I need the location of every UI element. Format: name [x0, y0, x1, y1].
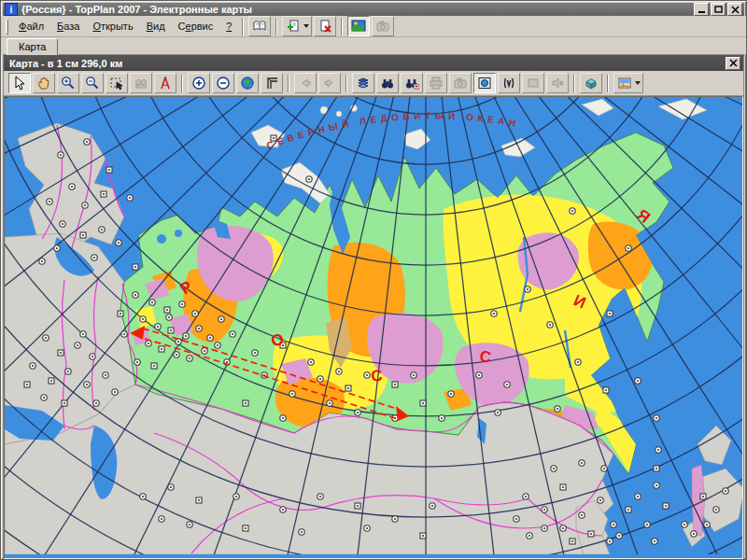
maximize-button[interactable]	[711, 3, 726, 16]
binoculars-icon	[380, 76, 395, 91]
overlay-objects-button[interactable]	[130, 73, 152, 93]
photo-module-button[interactable]	[372, 16, 394, 36]
menu-help[interactable]: ?	[219, 18, 238, 35]
layers-icon	[356, 76, 371, 91]
app-window: i {Россия} - TopPlan 2007 - Электронные …	[0, 0, 747, 560]
camera-icon	[453, 76, 468, 91]
close-database-button[interactable]	[314, 16, 336, 36]
monitor-globe-icon	[477, 76, 492, 91]
ruler-corner-icon	[264, 76, 279, 91]
find-next-button[interactable]	[401, 73, 423, 93]
route-options-button[interactable]	[498, 73, 520, 93]
cursor-icon	[12, 76, 27, 91]
close-database-icon	[317, 19, 332, 34]
layers-list-button[interactable]	[352, 73, 374, 93]
maximize-icon	[714, 6, 723, 14]
minimize-button[interactable]	[694, 3, 709, 16]
map-document-window: Карта - в 1 см 296,0 км	[3, 54, 744, 560]
v-parentheses-icon	[501, 76, 516, 91]
hand-icon	[36, 76, 51, 91]
map-window-close-button[interactable]	[726, 57, 740, 70]
map-svg: СЕВЕРНЫЙ ЛЕДОВИТЫЙ ОКЕАН Р О С С И Я	[5, 97, 743, 554]
add-database-button[interactable]	[282, 16, 312, 36]
back-arrow-icon	[298, 76, 313, 91]
whole-map-button[interactable]	[236, 73, 259, 93]
pan-hand-button[interactable]	[33, 73, 55, 93]
background-image-button[interactable]	[613, 73, 643, 93]
dropdown-caret-icon	[303, 24, 309, 28]
close-button[interactable]	[727, 3, 742, 16]
map-window-title: Карта - в 1 см 296,0 км	[9, 58, 726, 69]
close-icon	[729, 59, 738, 67]
window-title: {Россия} - TopPlan 2007 - Электронные ка…	[21, 4, 692, 15]
select-region-icon	[109, 76, 124, 91]
map-view-button[interactable]	[473, 73, 496, 93]
toolbar-separator	[341, 18, 343, 35]
zoom-in-icon	[61, 76, 76, 91]
zoom-out-button[interactable]	[81, 73, 104, 93]
background-image-icon	[617, 76, 632, 91]
panel-button[interactable]	[522, 73, 544, 93]
tab-bar: Карта	[1, 37, 746, 54]
print-button[interactable]	[425, 73, 447, 93]
find-button[interactable]	[376, 73, 399, 93]
snapshot-button[interactable]	[449, 73, 472, 93]
menu-view[interactable]: Вид	[140, 18, 172, 35]
forward-button[interactable]	[318, 73, 341, 93]
map-canvas[interactable]: СЕВЕРНЫЙ ЛЕДОВИТЫЙ ОКЕАН Р О С С И Я	[4, 96, 743, 559]
scale-down-button[interactable]	[212, 73, 234, 93]
menu-open[interactable]: Открыть	[86, 18, 139, 35]
toolbar-separator	[275, 18, 277, 35]
tab-map[interactable]: Карта	[7, 38, 58, 55]
sound-off-button[interactable]	[546, 73, 569, 93]
country-letter: С	[478, 347, 492, 367]
app-icon: i	[5, 3, 18, 16]
measure-distance-button[interactable]	[154, 73, 176, 93]
phonebook-button[interactable]	[248, 16, 271, 36]
map-window-titlebar[interactable]: Карта - в 1 см 296,0 км	[4, 55, 743, 71]
menu-bar: Файл База Открыть Вид Сервис ?	[1, 16, 746, 37]
menu-base[interactable]: База	[50, 18, 86, 35]
globe-icon	[240, 76, 255, 91]
photo-module-icon	[375, 19, 390, 34]
view-3d-icon	[584, 76, 599, 91]
select-region-button[interactable]	[106, 73, 128, 93]
sound-off-icon	[550, 76, 565, 91]
printer-icon	[429, 76, 444, 91]
view-3d-button[interactable]	[580, 73, 602, 93]
toolbar-separator	[181, 75, 183, 92]
menu-file[interactable]: Файл	[12, 18, 50, 35]
back-button[interactable]	[294, 73, 317, 93]
map-module-icon	[351, 19, 366, 34]
map-toolbar	[4, 71, 743, 96]
circle-plus-icon	[191, 76, 206, 91]
ruler-grid-button[interactable]	[261, 73, 283, 93]
measure-compass-icon	[158, 76, 173, 91]
panel-icon	[526, 76, 541, 91]
add-database-icon	[286, 19, 301, 34]
phonebook-icon	[252, 19, 267, 34]
overlay-objects-icon	[134, 76, 148, 91]
zoom-in-button[interactable]	[57, 73, 79, 93]
menu-service[interactable]: Сервис	[172, 18, 220, 35]
country-letter: С	[370, 367, 384, 385]
forward-arrow-icon	[322, 76, 337, 91]
binoculars-next-icon	[404, 76, 419, 91]
scale-up-button[interactable]	[188, 73, 210, 93]
minimize-icon	[698, 6, 706, 14]
close-icon	[731, 6, 740, 14]
toolbar-separator	[573, 75, 575, 92]
zoom-out-icon	[85, 76, 100, 91]
circle-minus-icon	[216, 76, 231, 91]
map-module-button[interactable]	[347, 16, 370, 36]
toolbar-separator	[288, 75, 289, 92]
toolbar-separator	[242, 18, 244, 35]
toolbar-separator	[345, 75, 347, 92]
toolbar-separator	[607, 75, 609, 92]
dropdown-caret-icon	[635, 81, 641, 85]
toolbar-grip[interactable]	[6, 19, 8, 35]
select-cursor-button[interactable]	[8, 73, 31, 93]
title-bar[interactable]: i {Россия} - TopPlan 2007 - Электронные …	[3, 3, 744, 16]
